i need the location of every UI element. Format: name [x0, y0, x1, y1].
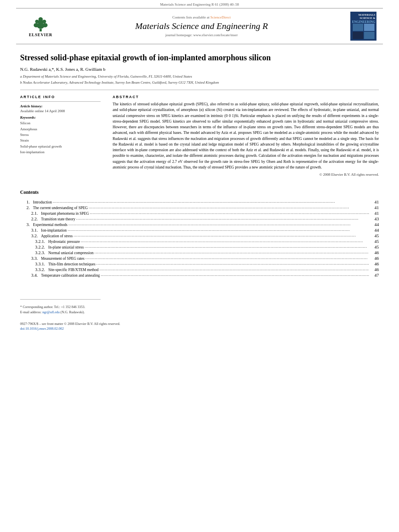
authors-line: N.G. Rudawski a,*, K.S. Jones a, R. Gwil…	[20, 67, 379, 72]
toc-label-2-1: Important phenomena in SPEG ............…	[41, 211, 369, 216]
info-divider	[20, 101, 101, 102]
sciencedirect-available-text: Contents lists available at	[173, 15, 210, 19]
toc-item-3: 3. Experimental methods ................…	[20, 222, 379, 227]
toc-num-2-1: 2.1.	[20, 211, 41, 216]
email-name: (N.G. Rudawski).	[60, 310, 84, 314]
article-info-panel: ARTICLE INFO Article history: Available …	[20, 95, 101, 177]
abstract-text: The kinetics of stressed solid-phase epi…	[113, 101, 379, 170]
toc-page-3-4: 47	[369, 273, 379, 277]
affiliation-b: b Nodus Accelerator Laboratory, Advanced…	[20, 80, 379, 85]
toc-label-3-2-1: Hydrostatic pressure ...................…	[48, 239, 369, 244]
journal-reference: Materials Science and Engineering R 61 (…	[0, 0, 399, 8]
footer-spacer: * Corresponding author. Tel.: +1 352 846…	[0, 286, 399, 331]
toc-page-3-3-2: 46	[369, 267, 379, 272]
cover-img-box-2	[364, 24, 374, 31]
toc-page-3-3: 46	[369, 256, 379, 261]
journal-header: ELSEVIER Contents lists available at Sci…	[16, 8, 383, 44]
toc-item-3-2-3: 3.2.3. Normal uniaxial compression .....…	[20, 250, 379, 255]
contents-section: Contents 1. Introduction ...............…	[0, 189, 399, 286]
toc-item-2-2: 2.2. Transition state theory ...........…	[20, 216, 379, 221]
journal-title: Materials Science and Engineering R	[59, 21, 344, 31]
footer-issn: 0927-796X/$ – see front matter © 2008 El…	[20, 321, 379, 327]
email-link[interactable]: ngr@ufl.edu	[42, 310, 60, 314]
keyword-stress: Stress	[20, 132, 101, 138]
affiliation-a: a Department of Materials Science and En…	[20, 74, 379, 79]
toc-num-3-2-1: 3.2.1.	[20, 239, 48, 244]
toc-page-3: 44	[369, 222, 379, 227]
toc-page-3-2-3: 46	[369, 250, 379, 255]
toc-num-3-1: 3.1.	[20, 228, 41, 232]
toc-label-2-2: Transition state theory ................…	[41, 216, 369, 221]
keywords-label: Keywords:	[20, 115, 101, 119]
toc-label-2: The current understanding of SPEG ......…	[33, 205, 369, 210]
toc-num-3-3: 3.3.	[20, 256, 41, 261]
toc-item-2-1: 2.1. Important phenomena in SPEG .......…	[20, 211, 379, 216]
toc-item-3-3-1: 3.3.1. Thin-film detection techniques ..…	[20, 261, 379, 266]
toc-label-3-1: Ion-implantation .......................…	[41, 228, 369, 232]
svg-rect-0	[39, 29, 41, 31]
journal-ref-text: Materials Science and Engineering R 61 (…	[160, 2, 239, 6]
toc-page-3-2: 45	[369, 233, 379, 238]
svg-point-4	[34, 23, 39, 27]
available-online: Available online 14 April 2008	[20, 109, 101, 113]
sciencedirect-link[interactable]: ScienceDirect	[210, 15, 230, 19]
svg-point-3	[39, 17, 43, 21]
elsevier-logo: ELSEVIER	[29, 16, 53, 37]
keyword-speg: Solid-phase epitaxial growth	[20, 144, 101, 149]
toc-label-3-3: Measurement of SPEG rates ..............…	[41, 256, 369, 261]
sciencedirect-line: Contents lists available at ScienceDirec…	[59, 15, 344, 19]
toc-num-3: 3.	[20, 222, 33, 227]
journal-homepage: journal homepage: www.elsevier.com/locat…	[59, 33, 344, 37]
toc-num-2: 2.	[20, 205, 33, 210]
toc-item-3-4: 3.4. Temperature calibration and anneali…	[20, 273, 379, 277]
toc-page-2: 41	[369, 205, 379, 210]
keywords-list: Silicon Amorphous Stress Strain Solid-ph…	[20, 120, 101, 155]
cover-line3: ENGINEERING	[352, 20, 375, 24]
footer-issn-area: 0927-796X/$ – see front matter © 2008 El…	[20, 321, 379, 332]
toc-label-3-2-2: In-plane uniaxial stress ...............…	[48, 244, 369, 249]
toc-label-3: Experimental methods ...................…	[33, 222, 369, 227]
cover-images	[352, 24, 375, 39]
footer-divider	[20, 299, 101, 300]
elsevier-text: ELSEVIER	[29, 33, 53, 37]
email-label: E-mail address:	[20, 310, 41, 314]
toc-page-2-2: 43	[369, 216, 379, 221]
toc-item-3-3-2: 3.3.2. Site-specific FIB/XTEM method ...…	[20, 267, 379, 272]
toc-page-3-3-1: 46	[369, 261, 379, 266]
cover-img-row2	[353, 32, 374, 39]
toc-item-2: 2. The current understanding of SPEG ...…	[20, 205, 379, 210]
toc-label-3-3-2: Site-specific FIB/XTEM method ..........…	[48, 267, 369, 272]
toc-label-1: Introduction ...........................…	[33, 199, 369, 204]
toc-page-2-1: 41	[369, 211, 379, 216]
elsevier-tree-icon	[29, 16, 53, 32]
contents-title: Contents	[20, 189, 379, 195]
cover-img-box-3	[353, 32, 363, 39]
toc-num-3-2: 3.2.	[20, 233, 41, 238]
toc-label-3-4: Temperature calibration and annealing ..…	[41, 273, 369, 277]
article-info-title: ARTICLE INFO	[20, 95, 101, 99]
toc-page-3-2-1: 45	[369, 239, 379, 244]
cover-line1: MATERIALS	[358, 13, 375, 16]
keyword-strain: Strain	[20, 138, 101, 143]
toc-item-1: 1. Introduction ........................…	[20, 199, 379, 204]
abstract-panel: ABSTRACT The kinetics of stressed solid-…	[113, 95, 379, 177]
page-wrapper: Materials Science and Engineering R 61 (…	[0, 0, 399, 532]
cover-img-box-4	[364, 32, 374, 39]
svg-point-6	[35, 20, 39, 23]
toc-num-1: 1.	[20, 199, 33, 204]
toc-item-3-3: 3.3. Measurement of SPEG rates .........…	[20, 256, 379, 261]
toc-page-3-2-2: 45	[369, 244, 379, 249]
footer-doi[interactable]: doi:10.1016/j.mser.2008.02.002	[20, 326, 379, 331]
authors-text: N.G. Rudawski a,*, K.S. Jones a, R. Gwil…	[20, 67, 105, 72]
corresponding-author-text: * Corresponding author. Tel.: +1 352 846…	[20, 305, 85, 309]
cover-line2: SCIENCE &	[360, 16, 375, 20]
footer-corresponding: * Corresponding author. Tel.: +1 352 846…	[20, 304, 379, 310]
toc-page-1: 41	[369, 199, 379, 204]
history-label: Article history:	[20, 104, 101, 108]
toc-num-3-2-3: 3.2.3.	[20, 250, 48, 255]
toc-item-3-2: 3.2. Application of stress .............…	[20, 233, 379, 238]
elsevier-logo-area: ELSEVIER	[23, 16, 59, 37]
toc-item-3-2-2: 3.2.2. In-plane uniaxial stress ........…	[20, 244, 379, 249]
keyword-silicon: Silicon	[20, 120, 101, 126]
keyword-ion-implant: Ion-implantation	[20, 149, 101, 155]
